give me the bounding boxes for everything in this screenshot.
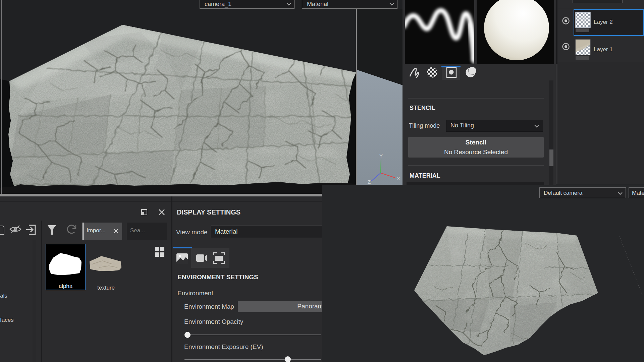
svg-text:X: X bbox=[397, 176, 400, 181]
svg-text:Y: Y bbox=[379, 153, 383, 159]
svg-text:Z: Z bbox=[368, 179, 371, 185]
